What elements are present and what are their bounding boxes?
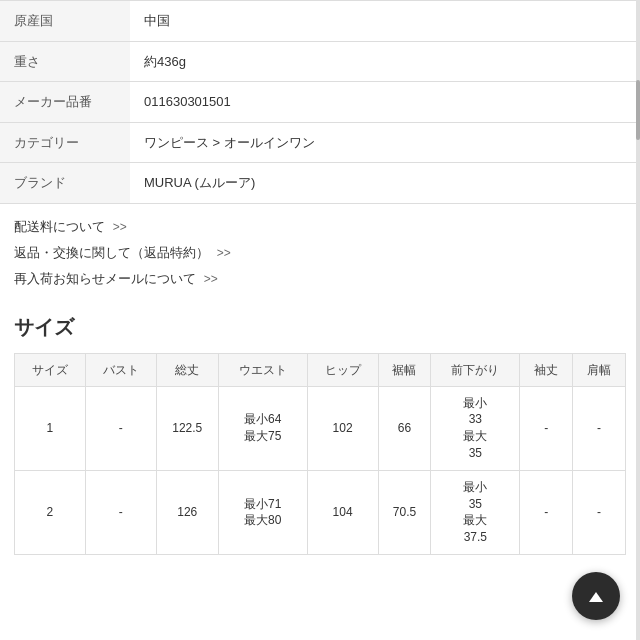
size-cell-size: 1	[15, 386, 86, 470]
size-cell-hem: 70.5	[378, 470, 431, 554]
product-info-label: 重さ	[0, 41, 130, 82]
product-info-row: 重さ 約436g	[0, 41, 640, 82]
product-info-row: ブランド MURUA (ムルーア)	[0, 163, 640, 204]
size-cell-waist: 最小71 最大80	[218, 470, 307, 554]
product-info-label: ブランド	[0, 163, 130, 204]
arrow-icon: >>	[113, 220, 127, 234]
product-info-value: 約436g	[130, 41, 640, 82]
size-cell-total_length: 122.5	[156, 386, 218, 470]
scrollbar-thumb[interactable]	[636, 80, 640, 140]
size-cell-waist: 最小64 最大75	[218, 386, 307, 470]
size-cell-front_drop: 最小 33 最大 35	[431, 386, 520, 470]
size-cell-hem: 66	[378, 386, 431, 470]
size-column-header: 肩幅	[573, 353, 626, 386]
size-title: サイズ	[14, 314, 626, 341]
size-data-row: 1-122.5最小64 最大7510266最小 33 最大 35--	[15, 386, 626, 470]
size-cell-sleeve: -	[520, 386, 573, 470]
size-column-header: 袖丈	[520, 353, 573, 386]
size-cell-bust: -	[85, 386, 156, 470]
size-header-row: サイズバスト総丈ウエストヒップ裾幅前下がり袖丈肩幅	[15, 353, 626, 386]
size-column-header: サイズ	[15, 353, 86, 386]
product-info-row: カテゴリー ワンピース > オールインワン	[0, 122, 640, 163]
info-link[interactable]: 再入荷お知らせメールについて >>	[14, 270, 626, 288]
info-link[interactable]: 返品・交換に関して（返品特約） >>	[14, 244, 626, 262]
size-column-header: バスト	[85, 353, 156, 386]
product-info-value: 中国	[130, 1, 640, 42]
product-info-value: MURUA (ムルーア)	[130, 163, 640, 204]
size-cell-hip: 102	[307, 386, 378, 470]
product-info-value: 011630301501	[130, 82, 640, 123]
info-link[interactable]: 配送料について >>	[14, 218, 626, 236]
size-section: サイズ サイズバスト総丈ウエストヒップ裾幅前下がり袖丈肩幅 1-122.5最小6…	[0, 296, 640, 569]
size-cell-shoulder: -	[573, 386, 626, 470]
size-column-header: 裾幅	[378, 353, 431, 386]
scrollbar-track[interactable]	[636, 0, 640, 569]
size-cell-hip: 104	[307, 470, 378, 554]
size-cell-front_drop: 最小 35 最大 37.5	[431, 470, 520, 554]
size-data-row: 2-126最小71 最大8010470.5最小 35 最大 37.5--	[15, 470, 626, 554]
links-section: 配送料について >>返品・交換に関して（返品特約） >>再入荷お知らせメールにつ…	[0, 204, 640, 288]
product-info-row: メーカー品番 011630301501	[0, 82, 640, 123]
size-table: サイズバスト総丈ウエストヒップ裾幅前下がり袖丈肩幅 1-122.5最小64 最大…	[14, 353, 626, 555]
arrow-icon: >>	[204, 272, 218, 286]
size-column-header: 前下がり	[431, 353, 520, 386]
size-cell-size: 2	[15, 470, 86, 554]
size-column-header: ウエスト	[218, 353, 307, 386]
size-cell-shoulder: -	[573, 470, 626, 554]
product-info-label: メーカー品番	[0, 82, 130, 123]
product-info-value: ワンピース > オールインワン	[130, 122, 640, 163]
arrow-icon: >>	[217, 246, 231, 260]
product-info-row: 原産国 中国	[0, 1, 640, 42]
size-column-header: ヒップ	[307, 353, 378, 386]
size-column-header: 総丈	[156, 353, 218, 386]
size-cell-bust: -	[85, 470, 156, 554]
size-cell-total_length: 126	[156, 470, 218, 554]
size-cell-sleeve: -	[520, 470, 573, 554]
product-info-table: 原産国 中国 重さ 約436g メーカー品番 011630301501 カテゴリ…	[0, 0, 640, 204]
product-info-label: カテゴリー	[0, 122, 130, 163]
product-info-label: 原産国	[0, 1, 130, 42]
